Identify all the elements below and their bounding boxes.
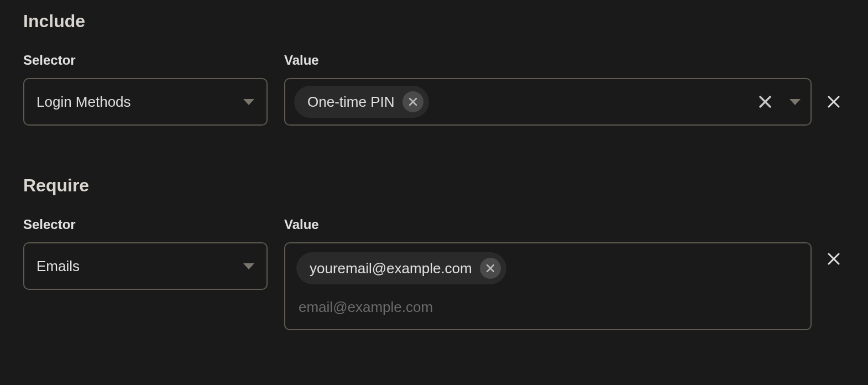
require-selector-label: Selector: [23, 217, 268, 232]
require-value-label: Value: [284, 217, 845, 232]
require-selector-value: Emails: [36, 258, 80, 275]
require-value-multiselect[interactable]: youremail@example.com: [284, 242, 812, 330]
close-icon: [487, 264, 494, 272]
chip-remove-button[interactable]: [402, 91, 423, 112]
remove-rule-button[interactable]: [823, 78, 845, 126]
chips-row: youremail@example.com: [296, 252, 799, 284]
chevron-down-icon: [789, 99, 801, 105]
require-selector-group: Selector Emails: [23, 217, 268, 290]
multiselect-controls: [759, 95, 801, 108]
require-value-group: Value youremail@example.com: [284, 217, 845, 330]
include-selector-group: Selector Login Methods: [23, 53, 268, 126]
include-section: Include Selector Login Methods Value One…: [23, 11, 845, 126]
require-value-chip: youremail@example.com: [296, 252, 506, 284]
close-icon: [409, 98, 417, 106]
include-selector-dropdown[interactable]: Login Methods: [23, 78, 268, 126]
include-value-group: Value One-time PIN: [284, 53, 845, 126]
clear-all-button[interactable]: [759, 95, 772, 108]
chevron-down-icon: [243, 263, 254, 269]
chip-label: youremail@example.com: [310, 260, 472, 277]
close-icon: [828, 96, 840, 108]
require-title: Require: [23, 175, 845, 196]
chip-label: One-time PIN: [307, 93, 395, 111]
close-icon: [759, 95, 772, 108]
require-field-row: Selector Emails Value youremail@example.…: [23, 217, 845, 330]
remove-rule-button[interactable]: [823, 242, 845, 275]
include-value-multiselect[interactable]: One-time PIN: [284, 78, 812, 126]
include-value-chip: One-time PIN: [294, 86, 429, 118]
chip-remove-button[interactable]: [480, 258, 501, 279]
include-selector-label: Selector: [23, 53, 268, 68]
require-section: Require Selector Emails Value youremail@…: [23, 175, 845, 330]
close-icon: [828, 253, 840, 265]
require-selector-dropdown[interactable]: Emails: [23, 242, 268, 290]
include-selector-value: Login Methods: [36, 93, 131, 111]
include-title: Include: [23, 11, 845, 32]
include-field-row: Selector Login Methods Value One-time PI…: [23, 53, 845, 126]
include-value-label: Value: [284, 53, 845, 68]
email-input[interactable]: [296, 291, 799, 320]
chevron-down-icon: [243, 99, 254, 105]
